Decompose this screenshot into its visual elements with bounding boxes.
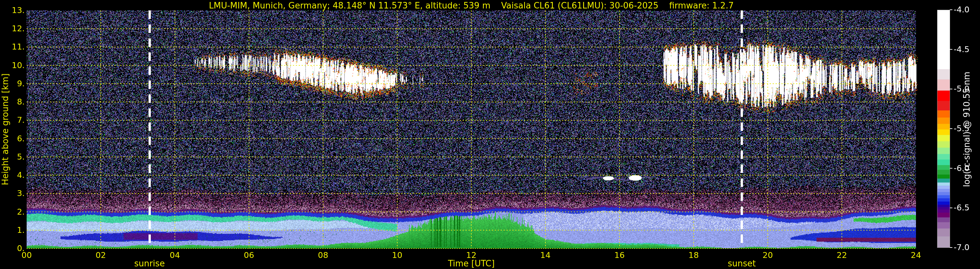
y-tick-label-3: 3.: [0, 188, 25, 199]
y-tick-label-10: 10.: [0, 60, 25, 70]
x-tick-label-02: 02: [88, 250, 114, 261]
x-tick-label-24: 24: [903, 250, 929, 261]
x-tick-label-18: 18: [681, 250, 706, 261]
y-tick-label-4: 4.: [0, 170, 25, 181]
y-tick-label-5: 5.: [0, 152, 25, 162]
y-tick-label-1: 1.: [0, 225, 25, 235]
x-tick-label-12: 12: [458, 250, 484, 261]
y-tick-label-2: 2.: [0, 207, 25, 217]
colorbar-tick-label--5.0: -5.0: [954, 84, 980, 94]
ceilometer-quicklook-figure: LMU-MIM, Munich, Germany; 48.148° N 11.5…: [0, 0, 980, 269]
x-tick-label-10: 10: [384, 250, 410, 261]
sunset-line: [741, 10, 743, 248]
x-tick-label-16: 16: [606, 250, 633, 261]
y-tick-label-6: 6.: [0, 133, 25, 144]
x-tick-label-14: 14: [532, 250, 558, 261]
sunrise-line: [148, 10, 151, 248]
colorbar-tick-label--7.0: -7.0: [954, 242, 980, 253]
x-tick-label-08: 08: [310, 250, 336, 261]
colorbar-tick-label--4.5: -4.5: [954, 44, 980, 55]
plot-title: LMU-MIM, Munich, Germany; 48.148° N 11.5…: [27, 1, 916, 10]
y-tick-label-8: 8.: [0, 97, 25, 107]
x-tick-label-06: 06: [236, 250, 262, 261]
colorbar: [937, 10, 950, 248]
y-tick-label-0: 0.: [0, 243, 25, 254]
x-tick-label-22: 22: [829, 250, 855, 261]
y-tick-label-7: 7.: [0, 115, 25, 125]
colorbar-tick-label--5.5: -5.5: [954, 123, 980, 134]
x-tick-label-20: 20: [755, 250, 781, 261]
y-tick-label-11: 11.: [0, 42, 25, 52]
colorbar-tick-label--6.5: -6.5: [954, 203, 980, 213]
x-tick-label-04: 04: [162, 250, 188, 261]
y-tick-label-12: 12.: [0, 24, 25, 34]
colorbar-tick-label--4.0: -4.0: [954, 5, 980, 15]
colorbar-tick-label--6.0: -6.0: [954, 163, 980, 174]
y-tick-label-13: 13.: [0, 5, 25, 16]
plot-area: [27, 10, 916, 248]
y-axis-label: Height above ground [km]: [0, 73, 10, 185]
y-tick-label-9: 9.: [0, 78, 25, 89]
